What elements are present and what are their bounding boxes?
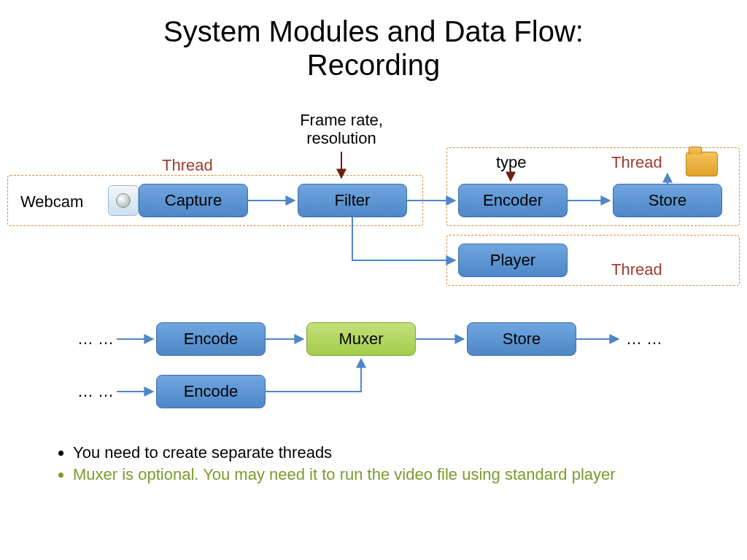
bullet-2: Muxer is optional. You may need it to ru… (73, 465, 616, 484)
diagram-canvas: Thread Thread Thread Frame rate, resolut… (0, 89, 747, 534)
framerate-label: Frame rate, resolution (290, 111, 392, 148)
store-box: Store (613, 184, 722, 217)
store-box-2: Store (467, 322, 576, 356)
slide-title: System Modules and Data Flow: Recording (0, 0, 747, 89)
encode-box-1: Encode (156, 322, 266, 356)
ellipsis-2: … … (77, 382, 114, 401)
bullet-list: You need to create separate threads Muxe… (44, 440, 616, 487)
muxer-box: Muxer (306, 322, 416, 356)
ellipsis-1: … … (77, 330, 114, 349)
title-line1: System Modules and Data Flow: (163, 15, 584, 47)
webcam-label: Webcam (20, 192, 83, 211)
capture-box: Capture (139, 184, 248, 217)
ellipsis-3: … … (626, 330, 662, 349)
webcam-icon (108, 185, 139, 216)
folder-icon (686, 152, 718, 176)
player-box: Player (458, 244, 568, 277)
thread-label-player: Thread (611, 260, 662, 279)
type-label: type (496, 153, 527, 172)
encode-box-2: Encode (156, 375, 266, 408)
filter-box: Filter (298, 184, 407, 217)
bullet-1: You need to create separate threads (73, 443, 616, 462)
encoder-box: Encoder (458, 184, 568, 217)
thread-label-left: Thread (162, 156, 213, 175)
thread-label-right: Thread (611, 153, 662, 172)
title-line2: Recording (307, 49, 440, 81)
